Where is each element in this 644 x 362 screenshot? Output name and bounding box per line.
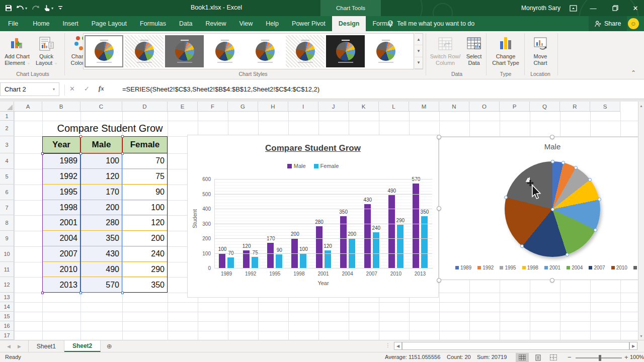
bar-female-1992[interactable] — [252, 257, 258, 268]
chart-frame-handle[interactable] — [550, 135, 554, 139]
zoom-percentage[interactable]: 100% — [630, 354, 644, 360]
bar-female-1998[interactable] — [300, 253, 306, 268]
chart-frame-handle[interactable] — [437, 135, 441, 139]
table-cell[interactable]: 2010 — [42, 262, 80, 277]
table-cell[interactable]: 70 — [122, 153, 168, 169]
column-header-B[interactable]: B — [42, 102, 80, 112]
row-header-15[interactable]: 15 — [0, 312, 14, 321]
scroll-up-icon[interactable]: ▲ — [638, 102, 644, 109]
table-cell[interactable]: 2007 — [42, 246, 80, 262]
normal-view-icon[interactable] — [516, 353, 529, 362]
table-cell[interactable]: 490 — [80, 262, 122, 277]
bar-male-2007[interactable] — [364, 204, 371, 268]
pie-chart-object[interactable]: Male 19891992199519982001200420072010201… — [439, 137, 644, 280]
bar-female-1995[interactable] — [276, 254, 282, 268]
zoom-slider-thumb[interactable] — [599, 355, 601, 361]
table-cell[interactable]: 100 — [80, 153, 122, 169]
bar-female-1989[interactable] — [227, 257, 234, 268]
column-header-E[interactable]: E — [168, 102, 198, 112]
sheet-next-icon[interactable]: ▶ — [18, 344, 21, 349]
sheet-tab-sheet1[interactable]: Sheet1 — [28, 340, 64, 352]
table-cell[interactable]: 120 — [80, 169, 122, 185]
table-cell[interactable]: 570 — [80, 277, 122, 293]
table-header-female[interactable]: Female — [122, 136, 168, 153]
cancel-icon[interactable]: ✕ — [69, 85, 75, 93]
tab-file[interactable]: File — [0, 16, 26, 31]
chart-style-thumbnail-4[interactable] — [205, 35, 244, 67]
column-header-H[interactable]: H — [258, 102, 288, 112]
column-header-M[interactable]: M — [409, 102, 439, 112]
table-cell[interactable]: 240 — [122, 246, 168, 262]
bar-female-2010[interactable] — [397, 225, 404, 268]
table-cell[interactable]: 430 — [80, 246, 122, 262]
gallery-up-icon[interactable]: ▲ — [415, 34, 423, 45]
bar-male-1995[interactable] — [267, 243, 274, 268]
tab-design[interactable]: Design — [332, 16, 366, 31]
column-header-C[interactable]: C — [80, 102, 122, 112]
minimize-button[interactable]: — — [585, 0, 602, 16]
bar-female-2007[interactable] — [373, 232, 379, 268]
ribbon-display-options-icon[interactable] — [565, 0, 582, 16]
add-chart-element-button[interactable]: Add Chart Element ▾ — [3, 34, 31, 67]
table-cell[interactable]: 1992 — [42, 169, 80, 185]
hscroll-track[interactable] — [402, 342, 629, 350]
row-header-7[interactable]: 7 — [0, 200, 14, 215]
table-header-year[interactable]: Year — [42, 136, 80, 153]
chart-style-thumbnail-5[interactable] — [246, 35, 284, 67]
table-cell[interactable]: 2004 — [42, 231, 80, 246]
feedback-smiley-icon[interactable]: ☺ — [628, 18, 639, 29]
customize-qat-icon[interactable] — [58, 5, 63, 11]
table-cell[interactable]: 280 — [80, 215, 122, 231]
redo-icon[interactable] — [32, 5, 39, 12]
table-cell[interactable]: 2001 — [42, 215, 80, 231]
tell-me-box[interactable]: Tell me what you want to do — [387, 16, 474, 31]
enter-icon[interactable]: ✓ — [84, 85, 90, 93]
row-header-8[interactable]: 8 — [0, 215, 14, 231]
new-sheet-button[interactable]: ⊕ — [101, 340, 118, 352]
undo-icon[interactable]: ▾ — [17, 5, 27, 12]
column-header-I[interactable]: I — [288, 102, 318, 112]
row-header-11[interactable]: 11 — [0, 262, 14, 277]
table-cell[interactable]: 1998 — [42, 200, 80, 215]
column-header-G[interactable]: G — [228, 102, 258, 112]
table-title-cell[interactable]: Compare Student Grow — [47, 121, 173, 136]
column-header-S[interactable]: S — [590, 102, 620, 112]
vertical-scrollbar[interactable]: ▲ ▼ — [638, 102, 644, 340]
slice-handle[interactable] — [566, 253, 569, 256]
bar-male-2013[interactable] — [413, 184, 419, 268]
column-header-R[interactable]: R — [560, 102, 590, 112]
switch-row-column-button[interactable]: Switch Row/ Column — [429, 34, 462, 66]
row-header-1[interactable]: 1 — [0, 112, 14, 121]
collapse-ribbon-icon[interactable]: ⌃ — [631, 69, 636, 76]
table-cell[interactable]: 350 — [80, 231, 122, 246]
table-cell[interactable]: 90 — [122, 185, 168, 200]
formula-input[interactable]: =SERIES(Sheet2!$C$3,Sheet2!$B$4:$B$12,Sh… — [122, 85, 319, 93]
change-chart-type-button[interactable]: Change Chart Type — [489, 34, 522, 66]
slice-handle[interactable] — [598, 198, 601, 201]
chart-style-thumbnail-2[interactable] — [125, 35, 164, 67]
name-box-dropdown-icon[interactable]: ▾ — [53, 87, 55, 92]
chart-frame-handle[interactable] — [437, 278, 441, 283]
chart-frame-handle[interactable] — [437, 206, 441, 211]
tab-page-layout[interactable]: Page Layout — [85, 16, 133, 31]
chart-style-thumbnail-8[interactable] — [366, 35, 405, 67]
tab-review[interactable]: Review — [199, 16, 232, 31]
bar-male-2010[interactable] — [388, 195, 395, 268]
gallery-down-icon[interactable]: ▼ — [415, 45, 423, 57]
chart-frame-handle[interactable] — [550, 278, 554, 283]
slice-handle[interactable] — [551, 208, 554, 211]
row-header-3[interactable]: 3 — [0, 136, 14, 153]
zoom-in-icon[interactable]: + — [624, 353, 628, 361]
row-header-9[interactable]: 9 — [0, 231, 14, 246]
table-cell[interactable]: 350 — [122, 277, 168, 293]
hscroll-left-icon[interactable]: ◀ — [394, 342, 402, 350]
table-cell[interactable]: 200 — [122, 231, 168, 246]
table-header-male[interactable]: Male — [80, 136, 122, 153]
row-header-13[interactable]: 13 — [0, 293, 14, 302]
table-cell[interactable]: 120 — [122, 215, 168, 231]
tab-power-pivot[interactable]: Power Pivot — [285, 16, 332, 31]
zoom-out-icon[interactable]: − — [568, 353, 572, 361]
chart-style-thumbnail-6[interactable] — [286, 35, 325, 67]
chart-style-thumbnail-3[interactable] — [165, 35, 204, 67]
hscroll-right-icon[interactable]: ▶ — [629, 342, 637, 350]
